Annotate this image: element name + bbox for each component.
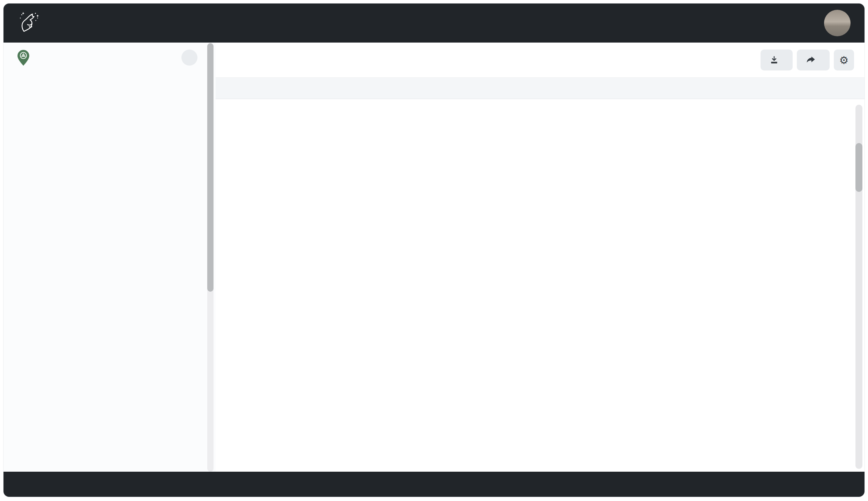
sidebar-scrollbar-thumb[interactable] — [207, 43, 214, 292]
share-button[interactable] — [797, 50, 830, 70]
detections-table-body — [216, 99, 865, 472]
results-toolbar: ⚙ — [216, 43, 865, 77]
table-scrollbar — [855, 105, 862, 469]
detections-panel: ⚙ — [216, 43, 865, 472]
remove-station-button[interactable] — [181, 50, 197, 66]
birdweather-logo-icon[interactable] — [17, 11, 40, 35]
gear-icon: ⚙ — [839, 54, 849, 66]
top-navbar — [3, 3, 865, 43]
content-area: ⚙ — [3, 43, 865, 472]
share-icon — [806, 55, 816, 65]
export-button[interactable] — [761, 50, 793, 70]
download-icon — [770, 55, 779, 65]
table-scrollbar-thumb[interactable] — [855, 143, 862, 192]
station-pin-icon — [17, 50, 29, 66]
user-avatar[interactable] — [824, 10, 851, 36]
sidebar-scrollbar — [207, 43, 214, 472]
app-window: ⚙ — [3, 3, 865, 497]
filters-sidebar — [3, 43, 216, 472]
settings-button[interactable]: ⚙ — [834, 50, 854, 70]
table-header-row — [216, 77, 865, 99]
footer-bar — [3, 472, 865, 497]
selected-station-item — [17, 50, 197, 66]
